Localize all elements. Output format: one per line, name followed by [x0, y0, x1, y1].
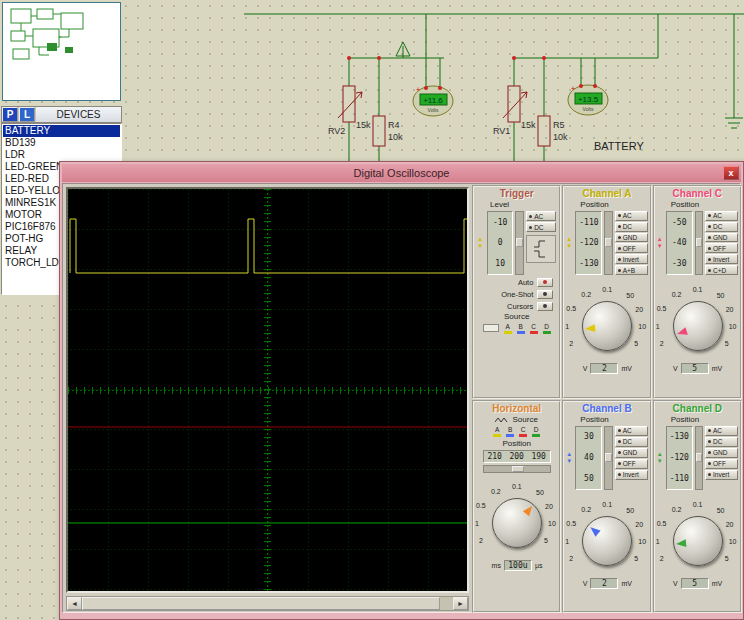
trigger-source-display	[483, 324, 499, 332]
channel-b-position-arrows[interactable]: ▲ ▼	[566, 426, 573, 490]
horizontal-source-a[interactable]: A	[493, 427, 501, 437]
timebase-value: 100u	[504, 560, 532, 571]
scrollbar-thumb[interactable]	[82, 597, 440, 610]
device-item[interactable]: BATTERY	[3, 125, 120, 137]
channel-b-position-slider[interactable]	[604, 426, 612, 490]
channel-d-position-slider[interactable]	[695, 426, 703, 490]
channel-b-invert-button[interactable]: Invert	[615, 470, 648, 480]
titlebar[interactable]: Digital Oscilloscope x	[62, 164, 741, 182]
channel-d-invert-button[interactable]: Invert	[705, 470, 738, 480]
down-arrow-icon[interactable]: ▼	[477, 243, 485, 250]
voltmeter-2[interactable]: +13.5 Volts +	[568, 85, 608, 115]
channel-a-gain-knob[interactable]: 210.50.20.15020105 V 2 mV	[564, 278, 650, 374]
channel-a-invert-button[interactable]: Invert	[615, 254, 648, 264]
trigger-edge-selector[interactable]	[526, 235, 556, 263]
trigger-source-b[interactable]: B	[517, 324, 525, 334]
down-arrow-icon[interactable]: ▼	[657, 243, 664, 250]
channel-b-ac-button[interactable]: AC	[615, 426, 648, 436]
device-item[interactable]: LDR	[3, 149, 120, 161]
devices-header-label: DEVICES	[36, 107, 121, 122]
channel-c-sum-button[interactable]: C+D	[705, 265, 738, 275]
channel-a-sum-button[interactable]: A+B	[615, 265, 648, 275]
horizontal-position-slider[interactable]	[483, 465, 551, 473]
trigger-dc-button[interactable]: DC	[526, 222, 556, 232]
device-item[interactable]: BD139	[3, 137, 120, 149]
knob-dial[interactable]	[582, 516, 632, 566]
knob-scale-label: 0.1	[693, 286, 703, 293]
channel-d-off-button[interactable]: OFF	[705, 459, 738, 469]
channel-c-position-slider[interactable]	[695, 211, 703, 275]
trigger-source-a[interactable]: A	[504, 324, 512, 334]
channel-a-position-arrows[interactable]: ▲ ▼	[566, 211, 573, 275]
knob-dial[interactable]	[673, 301, 723, 351]
overview-window[interactable]	[2, 2, 121, 101]
channel-c-gain-knob[interactable]: 210.50.20.15020105 V 5 mV	[655, 278, 741, 374]
trigger-one-shot-button[interactable]	[537, 290, 553, 299]
up-arrow-icon[interactable]: ▲	[566, 236, 573, 243]
channel-c-ac-button[interactable]: AC	[705, 211, 738, 221]
unit-left-label: V	[583, 580, 588, 587]
up-arrow-icon[interactable]: ▲	[657, 451, 664, 458]
trigger-level-arrows[interactable]: ▲ ▼	[477, 211, 485, 275]
channel-d-gnd-button[interactable]: GND	[705, 448, 738, 458]
channel-c-invert-button[interactable]: Invert	[705, 254, 738, 264]
trigger-level-slider[interactable]	[515, 211, 524, 275]
trigger-auto-button[interactable]	[537, 278, 553, 287]
channel-d-gain-knob[interactable]: 210.50.20.15020105 V 5 mV	[655, 493, 741, 589]
close-button[interactable]: x	[723, 166, 739, 180]
channel-b-gain-value: 2	[590, 578, 618, 589]
scroll-right-button[interactable]: ►	[453, 597, 468, 610]
channel-c-off-button[interactable]: OFF	[705, 243, 738, 253]
knob-dial[interactable]	[582, 301, 632, 351]
channel-d-dc-button[interactable]: DC	[705, 437, 738, 447]
knob-dial[interactable]	[492, 498, 542, 548]
up-arrow-icon[interactable]: ▲	[566, 451, 573, 458]
channel-d-position-arrows[interactable]: ▲ ▼	[657, 426, 664, 490]
resistor-r4[interactable]	[373, 116, 385, 146]
horizontal-source-d[interactable]: D	[532, 427, 540, 437]
proteus-workspace: +11.6 Volts + +13.5 Volts + RV2 15k R4 1…	[0, 0, 744, 620]
scrollbar-track[interactable]	[82, 597, 453, 610]
channel-a-ac-button[interactable]: AC	[615, 211, 648, 221]
knob-scale-label: 5	[725, 340, 729, 347]
trigger-ac-button[interactable]: AC	[526, 211, 556, 221]
channel-b-title: Channel B	[564, 402, 649, 415]
down-arrow-icon[interactable]: ▼	[566, 458, 573, 465]
pick-devices-button[interactable]: P	[2, 107, 18, 122]
unit-right-label: mV	[712, 365, 723, 372]
resistor-r5[interactable]	[538, 116, 550, 146]
down-arrow-icon[interactable]: ▼	[657, 458, 664, 465]
up-arrow-icon[interactable]: ▲	[477, 236, 485, 243]
scope-scrollbar[interactable]: ◄ ►	[66, 596, 469, 611]
library-button[interactable]: L	[19, 107, 35, 122]
trigger-cursors-button[interactable]	[537, 302, 553, 311]
channel-a-off-button[interactable]: OFF	[615, 243, 648, 253]
channel-b-off-button[interactable]: OFF	[615, 459, 648, 469]
horizontal-source-c[interactable]: C	[519, 427, 527, 437]
channel-c-gnd-button[interactable]: GND	[705, 233, 738, 243]
horizontal-source-b[interactable]: B	[506, 427, 514, 437]
one-shot-led	[543, 292, 547, 296]
trigger-source-d[interactable]: D	[543, 324, 551, 334]
pot-rv1[interactable]	[503, 86, 527, 122]
channel-a-dc-button[interactable]: DC	[615, 222, 648, 232]
trigger-source-c[interactable]: C	[530, 324, 538, 334]
pot-rv2[interactable]	[338, 86, 362, 122]
knob-scale-label: 50	[717, 507, 725, 514]
knob-dial[interactable]	[673, 516, 723, 566]
channel-b-gnd-button[interactable]: GND	[615, 448, 648, 458]
channel-c-position-arrows[interactable]: ▲ ▼	[657, 211, 664, 275]
channel-d-ac-button[interactable]: AC	[705, 426, 738, 436]
channel-a-gnd-button[interactable]: GND	[615, 233, 648, 243]
up-arrow-icon[interactable]: ▲	[657, 236, 664, 243]
down-arrow-icon[interactable]: ▼	[566, 243, 573, 250]
scroll-left-button[interactable]: ◄	[67, 597, 82, 610]
voltmeter-1[interactable]: +11.6 Volts +	[413, 86, 453, 116]
indicator-dot	[529, 226, 532, 229]
channel-b-dc-button[interactable]: DC	[615, 437, 648, 447]
channel-a-position-slider[interactable]	[604, 211, 612, 275]
knob-scale-label: 5	[725, 555, 729, 562]
channel-c-dc-button[interactable]: DC	[705, 222, 738, 232]
timebase-knob[interactable]: 210.50.20.15020105 ms 100u µs	[474, 475, 560, 571]
channel-b-gain-knob[interactable]: 210.50.20.15020105 V 2 mV	[564, 493, 650, 589]
